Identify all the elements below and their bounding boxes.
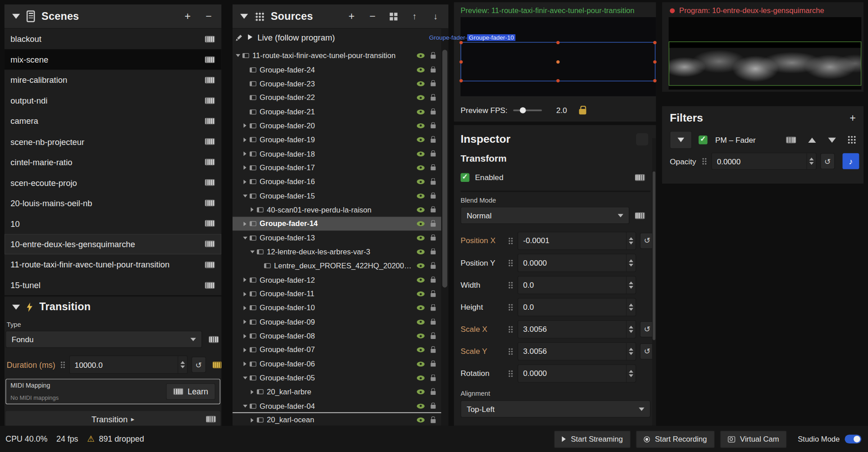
visibility-eye-icon[interactable] xyxy=(417,403,425,408)
lock-icon[interactable] xyxy=(431,139,436,143)
visibility-eye-icon[interactable] xyxy=(417,291,425,296)
drag-handle-icon[interactable] xyxy=(702,158,707,165)
source-row[interactable]: Groupe-fader-22 xyxy=(233,90,441,104)
source-row[interactable]: Groupe-fader-20 xyxy=(233,119,441,133)
scene-row[interactable]: cintel-marie-ratio xyxy=(5,152,221,172)
midi-piano-icon[interactable] xyxy=(205,261,215,268)
lock-icon[interactable] xyxy=(431,237,436,241)
scrollbar-thumb[interactable] xyxy=(442,50,447,288)
visibility-eye-icon[interactable] xyxy=(417,109,425,114)
midi-piano-icon[interactable] xyxy=(209,336,219,343)
scrollbar-thumb[interactable] xyxy=(653,172,655,340)
source-row[interactable]: Lentre_deux_PRORES_422HQ_2020070... xyxy=(233,259,441,273)
midi-piano-icon[interactable] xyxy=(205,159,215,166)
selection-handle[interactable] xyxy=(459,41,462,44)
source-row[interactable]: Groupe-fader-21 xyxy=(233,105,441,119)
midi-piano-icon[interactable] xyxy=(205,97,215,104)
expand-chevron-icon[interactable] xyxy=(249,418,256,422)
field-value-input[interactable] xyxy=(518,343,635,360)
source-row[interactable]: 20_karl-ocean xyxy=(233,413,441,425)
visibility-eye-icon[interactable] xyxy=(417,389,425,394)
lock-icon[interactable] xyxy=(431,153,436,157)
selection-handle[interactable] xyxy=(653,60,656,63)
scene-row[interactable]: mire-calibration xyxy=(5,70,221,90)
midi-piano-icon[interactable] xyxy=(205,179,215,186)
source-row[interactable]: Groupe-fader-17 xyxy=(233,161,441,175)
expand-chevron-icon[interactable] xyxy=(242,166,248,170)
expand-chevron-icon[interactable] xyxy=(242,152,248,156)
start-recording-button[interactable]: Start Recording xyxy=(636,430,714,447)
midi-piano-icon[interactable] xyxy=(205,77,215,83)
source-row[interactable]: Groupe-fader-24 xyxy=(233,63,441,77)
expand-chevron-icon[interactable] xyxy=(242,306,248,310)
selection-handle[interactable] xyxy=(556,79,559,82)
midi-learn-button[interactable]: Learn xyxy=(166,383,215,400)
scene-row[interactable]: 10 xyxy=(5,213,221,234)
lock-icon[interactable] xyxy=(431,209,436,213)
midi-piano-icon[interactable] xyxy=(786,136,796,143)
lock-icon[interactable] xyxy=(431,111,436,115)
expand-chevron-icon[interactable] xyxy=(242,221,248,226)
midi-piano-icon[interactable] xyxy=(635,174,645,181)
visibility-eye-icon[interactable] xyxy=(417,418,425,423)
reset-button[interactable]: ↺ xyxy=(192,357,206,373)
spinner-buttons[interactable] xyxy=(626,298,635,316)
source-row[interactable]: Groupe-fader-06 xyxy=(233,357,441,371)
visibility-eye-icon[interactable] xyxy=(417,221,425,226)
source-row[interactable]: Groupe-fader-14 xyxy=(233,217,441,231)
spinner-buttons[interactable] xyxy=(626,254,635,271)
preview-canvas[interactable]: Groupe-fader-08 Groupe-fader-10 xyxy=(461,17,656,96)
expand-chevron-icon[interactable] xyxy=(242,194,248,197)
visibility-eye-icon[interactable] xyxy=(417,67,425,72)
collapse-chevron-icon[interactable] xyxy=(12,14,20,19)
collapse-chevron-icon[interactable] xyxy=(240,14,248,19)
source-row[interactable]: Groupe-fader-11 xyxy=(233,287,441,301)
expand-chevron-icon[interactable] xyxy=(242,278,248,282)
visibility-eye-icon[interactable] xyxy=(417,95,425,100)
visibility-eye-icon[interactable] xyxy=(417,334,425,339)
move-filter-down-icon[interactable] xyxy=(828,137,836,142)
source-row[interactable]: Groupe-fader-04 xyxy=(233,399,441,413)
visibility-eye-icon[interactable] xyxy=(417,320,425,325)
expand-chevron-icon[interactable] xyxy=(242,362,248,366)
visibility-eye-icon[interactable] xyxy=(417,81,425,86)
lock-icon[interactable] xyxy=(431,68,436,72)
spinner-buttons[interactable] xyxy=(626,343,635,360)
lock-icon[interactable] xyxy=(431,279,436,283)
preview-fps-slider[interactable] xyxy=(513,106,542,114)
expand-chevron-icon[interactable] xyxy=(249,250,256,253)
selection-handle[interactable] xyxy=(459,79,462,82)
lock-icon[interactable] xyxy=(431,419,436,423)
source-row[interactable]: 40-scan01-reve-perdu-la-raison xyxy=(233,203,441,217)
scene-row[interactable]: 20-louis-mains-oeil-nb xyxy=(5,193,221,213)
spinner-buttons[interactable] xyxy=(626,321,635,338)
remove-scene-button[interactable]: − xyxy=(198,6,219,27)
scene-row[interactable]: output-ndi xyxy=(5,90,221,111)
scene-row[interactable]: 10-entre-deux-les-gensquimarche xyxy=(5,234,221,254)
edit-pencil-icon[interactable] xyxy=(236,33,243,41)
start-streaming-button[interactable]: Start Streaming xyxy=(554,430,630,447)
field-value-input[interactable] xyxy=(518,365,635,382)
scene-row[interactable]: 15-tunel xyxy=(5,275,221,295)
lock-icon[interactable] xyxy=(431,251,436,255)
lock-icon[interactable] xyxy=(431,349,436,353)
selection-center-dot[interactable] xyxy=(556,60,559,63)
lock-icon[interactable] xyxy=(431,335,436,339)
source-row[interactable]: Groupe-fader-08 xyxy=(233,329,441,343)
field-value-input[interactable] xyxy=(518,254,635,271)
source-row[interactable]: Groupe-fader-23 xyxy=(233,77,441,90)
scene-row[interactable]: 11-route-taxi-finir-avec-tunel-pour-tran… xyxy=(5,254,221,275)
selection-box[interactable] xyxy=(461,42,655,81)
lock-icon[interactable] xyxy=(431,307,436,311)
move-source-up-button[interactable]: ↑ xyxy=(404,6,425,27)
scene-row[interactable]: blackout xyxy=(5,29,221,50)
spinner-buttons[interactable] xyxy=(807,153,816,169)
selection-handle[interactable] xyxy=(653,41,656,44)
field-value-input[interactable] xyxy=(518,232,635,249)
source-row[interactable]: Groupe-fader-05 xyxy=(233,371,441,385)
midi-piano-icon[interactable] xyxy=(205,220,215,227)
move-source-down-button[interactable]: ↓ xyxy=(425,6,446,27)
opacity-input[interactable] xyxy=(712,153,816,169)
lock-icon[interactable] xyxy=(431,377,436,381)
drag-handle-icon[interactable] xyxy=(508,348,513,355)
